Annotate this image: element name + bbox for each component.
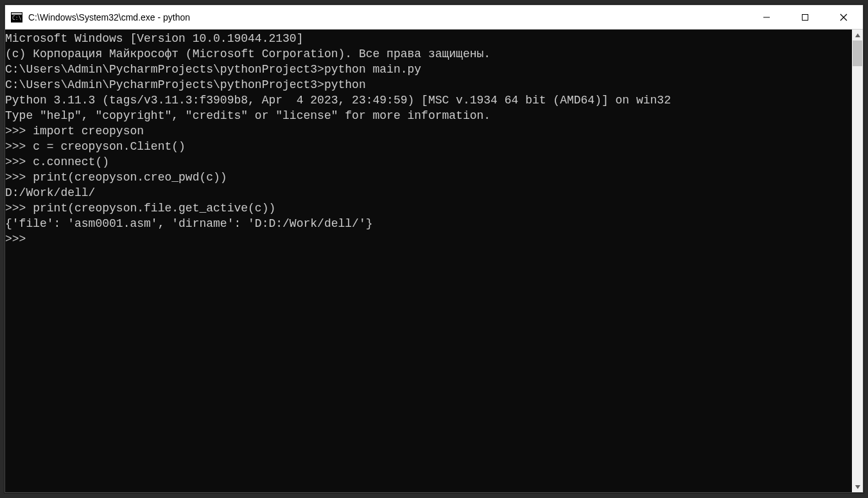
terminal-line: >>> import creopyson [5,123,852,139]
scroll-up-arrow-icon[interactable] [852,30,863,40]
svg-text:C:\: C:\ [12,15,22,21]
svg-rect-4 [803,14,808,20]
scrollbar-track[interactable] [852,40,863,481]
terminal-line: >>> c = creopyson.Client() [5,139,852,154]
window-title: C:\Windows\System32\cmd.exe - python [28,12,747,22]
close-button[interactable] [824,5,863,29]
svg-marker-8 [855,485,860,489]
terminal-line: Python 3.11.3 (tags/v3.11.3:f3909b8, Apr… [5,93,852,108]
terminal-line: >>> [5,231,852,247]
terminal-line: D:/Work/dell/ [5,185,852,200]
terminal-line: Microsoft Windows [Version 10.0.19044.21… [5,31,852,46]
terminal-line: C:\Users\Admin\PycharmProjects\pythonPro… [5,77,852,93]
terminal-line: (c) Корпорация Майкрософт (Microsoft Cor… [5,46,852,62]
scroll-down-arrow-icon[interactable] [852,481,863,492]
terminal-line: >>> print(creopyson.file.get_active(c)) [5,200,852,216]
maximize-button[interactable] [786,5,824,29]
terminal-area: Microsoft Windows [Version 10.0.19044.21… [5,30,863,492]
terminal-line: C:\Users\Admin\PycharmProjects\pythonPro… [5,62,852,77]
minimize-button[interactable] [747,5,786,29]
scrollbar-thumb[interactable] [853,40,862,66]
terminal-line: Type "help", "copyright", "credits" or "… [5,108,852,123]
terminal-output[interactable]: Microsoft Windows [Version 10.0.19044.21… [5,30,852,492]
terminal-line: {'file': 'asm0001.asm', 'dirname': 'D:D:… [5,216,852,231]
terminal-line: >>> print(creopyson.creo_pwd(c)) [5,170,852,185]
window-controls [747,5,863,29]
svg-rect-1 [12,13,22,15]
vertical-scrollbar[interactable] [852,30,863,492]
cmd-window: C:\ C:\Windows\System32\cmd.exe - python… [4,4,864,493]
svg-marker-7 [855,33,860,37]
terminal-line: >>> c.connect() [5,154,852,170]
cmd-app-icon: C:\ [10,11,23,24]
titlebar[interactable]: C:\ C:\Windows\System32\cmd.exe - python [5,5,863,30]
